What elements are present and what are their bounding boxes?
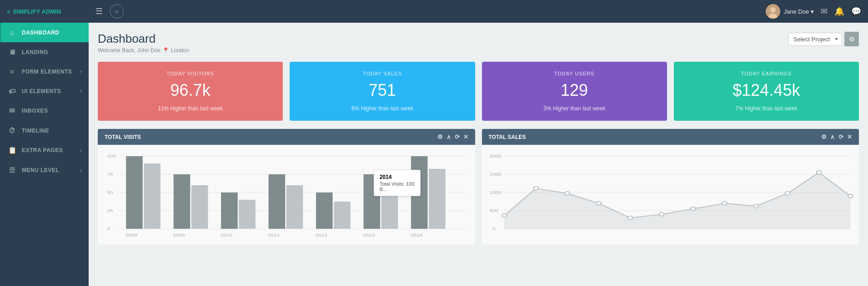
tag-icon: 🏷 — [8, 87, 16, 95]
svg-text:2009: 2009 — [173, 233, 185, 237]
chart-header-sales: TOTAL SALES ⚙ ∧ ⟳ ✕ — [482, 129, 859, 145]
sidebar-item-ui-elements[interactable]: 🏷 UI ELEMENTS › — [0, 81, 89, 101]
svg-point-53 — [753, 204, 758, 208]
svg-point-45 — [502, 214, 506, 217]
sidebar-item-label: UI ELEMENTS — [22, 88, 61, 94]
sidebar-item-label: DASHBOARD — [22, 30, 60, 36]
total-visits-panel: TOTAL VISITS ⚙ ∧ ⟳ ✕ 100 75 50 25 — [98, 129, 475, 245]
select-project-container: Select Project — [788, 33, 842, 46]
sidebar-item-form-elements[interactable]: ≡ FORM ELEMENTS › — [0, 62, 89, 81]
svg-text:2000: 2000 — [489, 154, 501, 158]
svg-text:25: 25 — [107, 208, 113, 212]
svg-text:100: 100 — [107, 154, 116, 158]
svg-rect-24 — [381, 185, 398, 229]
svg-point-55 — [816, 171, 821, 174]
total-sales-panel: TOTAL SALES ⚙ ∧ ⟳ ✕ 2000 1500 1000 500 — [482, 129, 859, 245]
svg-point-1 — [770, 7, 776, 13]
svg-text:2014: 2014 — [411, 233, 422, 237]
svg-text:500: 500 — [489, 208, 498, 212]
user-name: Jane Doe ▾ — [784, 8, 814, 15]
svg-point-47 — [565, 192, 569, 195]
stat-value: 129 — [491, 81, 658, 100]
chart-collapse-icon[interactable]: ∧ — [447, 133, 451, 140]
page-title: Dashboard — [98, 32, 189, 46]
chevron-right-icon: › — [80, 148, 82, 153]
stat-change: 3% Higher than last week — [491, 105, 658, 112]
svg-text:2008: 2008 — [125, 233, 137, 237]
svg-text:0: 0 — [107, 227, 110, 231]
chart-gear-icon[interactable]: ⚙ — [821, 133, 827, 140]
page-header: Dashboard Welcome Back, John Doe 📍 Londo… — [98, 32, 859, 54]
sidebar-item-label: TIMELINE — [22, 128, 49, 134]
chart-collapse-icon[interactable]: ∧ — [830, 133, 835, 140]
svg-rect-26 — [429, 169, 446, 229]
chart-actions: ⚙ ∧ ⟳ ✕ — [821, 133, 852, 140]
chevron-right-icon: › — [80, 89, 82, 94]
chart-refresh-icon[interactable]: ⟳ — [455, 133, 460, 140]
svg-rect-17 — [221, 192, 238, 229]
svg-rect-22 — [334, 202, 351, 229]
svg-point-54 — [785, 192, 789, 195]
sidebar-item-label: LANDING — [22, 49, 48, 55]
chart-body-visits: 100 75 50 25 0 — [98, 145, 475, 245]
chart-refresh-icon[interactable]: ⟳ — [838, 133, 843, 140]
svg-text:2011: 2011 — [268, 233, 280, 237]
avatar — [766, 4, 780, 19]
sidebar-item-label: EXTRA PAGES — [22, 147, 63, 153]
chart-actions: ⚙ ∧ ⟳ ✕ — [437, 133, 468, 140]
svg-point-51 — [691, 207, 695, 211]
svg-text:1000: 1000 — [489, 190, 501, 194]
user-dropdown[interactable]: Jane Doe ▾ — [766, 4, 814, 19]
monitor-icon: 🖥 — [8, 48, 16, 56]
stat-card-visitors: TODAY VISITORS 96.7k 11% Higher than las… — [98, 62, 283, 121]
svg-text:1500: 1500 — [489, 172, 501, 176]
chart-close-icon[interactable]: ✕ — [463, 133, 468, 140]
stat-label: TODAY USERS — [491, 71, 658, 76]
svg-point-52 — [722, 202, 727, 205]
svg-point-56 — [848, 194, 853, 198]
mail-icon[interactable]: ✉ — [821, 6, 828, 16]
sidebar-item-extra-pages[interactable]: 📋 EXTRA PAGES › — [0, 140, 89, 160]
chart-close-icon[interactable]: ✕ — [847, 133, 852, 140]
sidebar-item-dashboard[interactable]: ⌂ DASHBOARD — [0, 23, 89, 42]
settings-gear-button[interactable]: ⚙ — [844, 32, 859, 46]
select-project-dropdown[interactable]: Select Project — [788, 33, 842, 46]
chat-icon[interactable]: 💬 — [851, 6, 861, 16]
sidebar-item-landing[interactable]: 🖥 LANDING — [0, 42, 89, 62]
svg-rect-18 — [239, 200, 256, 229]
stat-change: 11% Higher than last week — [107, 105, 274, 112]
svg-point-50 — [659, 212, 663, 216]
home-icon: ⌂ — [8, 29, 16, 36]
svg-text:0: 0 — [492, 227, 496, 231]
subtitle-text: Welcome Back, John Doe — [98, 47, 161, 54]
stat-change: 8% Higher than last week — [299, 105, 466, 112]
chart-gear-icon[interactable]: ⚙ — [437, 133, 443, 140]
charts-row: TOTAL VISITS ⚙ ∧ ⟳ ✕ 100 75 50 25 — [98, 129, 859, 245]
chart-body-sales: 2000 1500 1000 500 0 — [482, 145, 859, 245]
svg-rect-14 — [144, 163, 161, 229]
svg-text:2013: 2013 — [363, 233, 375, 237]
sidebar-item-timeline[interactable]: ⏱ TIMELINE — [0, 121, 89, 140]
chart-header-visits: TOTAL VISITS ⚙ ∧ ⟳ ✕ — [98, 129, 475, 145]
search-circle-button[interactable]: ○ — [110, 4, 124, 19]
svg-marker-44 — [504, 173, 850, 229]
svg-text:2012: 2012 — [316, 233, 327, 237]
sidebar-item-label: FORM ELEMENTS — [22, 69, 72, 75]
svg-rect-20 — [286, 185, 303, 229]
svg-rect-15 — [174, 174, 191, 229]
main-content: Dashboard Welcome Back, John Doe 📍 Londo… — [89, 23, 868, 286]
sidebar-item-menu-level[interactable]: ☰ MENU LEVEL › — [0, 160, 89, 180]
menu-icon: ☰ — [8, 166, 16, 174]
stat-label: TODAY EARNINGS — [683, 71, 850, 76]
sidebar: ⌂ DASHBOARD 🖥 LANDING ≡ FORM ELEMENTS › … — [0, 23, 89, 286]
menu-toggle-button[interactable]: ☰ — [91, 4, 107, 19]
svg-point-48 — [596, 202, 601, 205]
pages-icon: 📋 — [8, 146, 16, 154]
sidebar-item-inboxes[interactable]: ✉ INBOXES — [0, 101, 89, 121]
bell-icon[interactable]: 🔔 — [834, 6, 844, 16]
stats-row: TODAY VISITORS 96.7k 11% Higher than las… — [98, 62, 859, 121]
chevron-right-icon: › — [80, 69, 82, 74]
navbar-right: Jane Doe ▾ ✉ 🔔 💬 — [766, 4, 861, 19]
inbox-icon: ✉ — [8, 107, 16, 115]
svg-point-49 — [627, 216, 632, 220]
